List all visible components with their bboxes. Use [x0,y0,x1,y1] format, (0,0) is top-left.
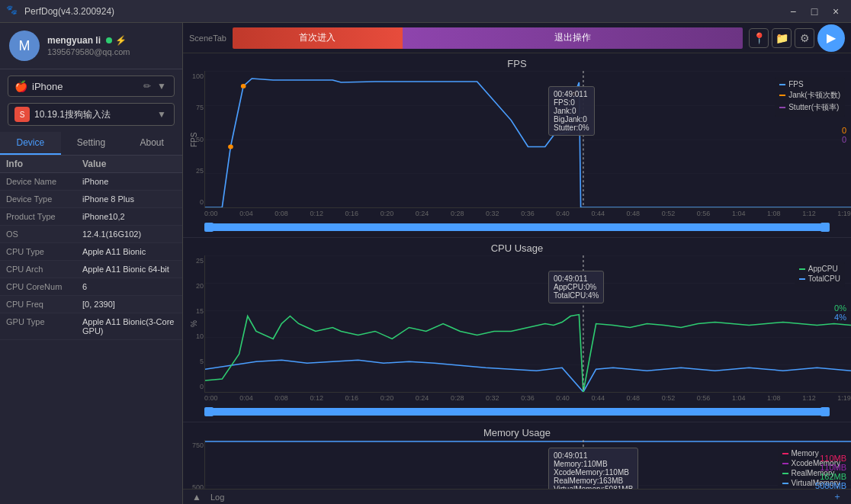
totalcpu-legend-label: TotalCPU [808,274,840,283]
sidebar: M mengyuan li ⚡ 1395679580@qq.com 🍎 iPho… [0,23,183,504]
apple-icon: 🍎 [14,80,27,92]
maximize-button[interactable]: □ [805,2,824,21]
app-title: PerfDog(v4.3.200924) [24,6,784,17]
title-bar: 🐾 PerfDog(v4.3.200924) − □ × [0,0,851,23]
fps-val2: 0 [842,135,846,144]
cpu-scrollbar-thumb[interactable] [204,408,830,416]
mem-legend-dot [782,453,788,454]
svg-point-2 [572,91,577,96]
col-value-header: Value [82,159,176,169]
mem-val3: 162MB [815,472,846,481]
memory-chart-area: MB 750 500 250 0 [183,440,851,489]
bottom-bar: ▲ Log ＋ [183,489,851,504]
avatar-initial: M [19,38,31,54]
close-button[interactable]: × [827,2,845,21]
location-btn[interactable]: 📍 [749,28,769,48]
info-value: iPhone [82,177,176,186]
cpu-val2: 4% [834,313,846,322]
info-row: Product TypeiPhone10,2 [0,208,182,226]
appcpu-legend-label: AppCPU [808,265,838,273]
info-value: 6 [82,282,176,291]
info-label: Device Type [6,194,82,204]
device-actions: ✏ ▼ [142,79,168,93]
appcpu-legend-dot [799,268,805,270]
settings-btn[interactable]: ⚙ [795,28,814,48]
info-label: CPU Type [6,247,82,256]
memory-chart-section: Memory Usage MB 750 500 250 0 [183,422,851,489]
fps-chart-section: FPS FPS 100 75 50 25 0 [183,53,851,238]
device-edit-btn[interactable]: ✏ [142,79,153,93]
svg-point-0 [228,144,233,149]
fps-val1: 0 [842,126,846,135]
fps-legend-item: FPS [779,80,840,88]
scene-tab-bar: SceneTab 首次进入 退出操作 📍 📁 ⚙ ▶ [183,23,851,53]
fps-legend: FPS Jank(卡顿次数) Stutter(卡顿率) [775,77,845,117]
realmem-legend-dot [782,473,788,474]
info-rows-container: Device NameiPhoneDevice TypeiPhone 8 Plu… [0,173,182,340]
info-label: GPU Type [6,317,82,326]
fps-scroll-left[interactable] [204,223,214,232]
jank-legend-dot [779,95,785,96]
totalcpu-legend-item: TotalCPU [799,274,840,283]
minimize-button[interactable]: − [784,2,802,21]
online-icon: ⚡ [115,35,127,46]
log-label: Log [210,493,224,502]
memory-chart-title: Memory Usage [183,425,851,440]
user-info: mengyuan li ⚡ 1395679580@qq.com [47,35,130,56]
app-selector[interactable]: S 10.19.1搜狗输入法 ▼ [8,103,175,126]
tab-about[interactable]: About [121,132,182,155]
info-value: Apple A11 Bionic 64-bit [82,265,176,274]
cpu-chart-inner[interactable]: 25 20 15 10 5 0 [204,255,851,393]
mem-val1: 110MB [815,454,846,463]
tab-setting[interactable]: Setting [61,132,122,155]
cpu-chart-title: CPU Usage [183,241,851,255]
sidebar-tabs: Device Setting About [0,132,182,156]
device-dropdown-btn[interactable]: ▼ [156,79,168,93]
info-row: Device NameiPhone [0,173,182,191]
scene-label: SceneTab [183,34,233,43]
totalcpu-legend-dot [799,278,805,280]
fps-right-values: 0 0 [842,126,846,144]
user-name: mengyuan li ⚡ [47,35,130,46]
app-dropdown-btn[interactable]: ▼ [156,108,168,121]
scene-first[interactable]: 首次进入 [233,27,403,49]
app-icon: 🐾 [6,5,20,18]
main-container: M mengyuan li ⚡ 1395679580@qq.com 🍎 iPho… [0,23,851,504]
add-chart-btn[interactable]: ＋ [830,490,845,503]
stutter-legend-dot [779,107,785,108]
cpu-scroll-left[interactable] [204,407,214,416]
info-table-header: Info Value [0,156,182,173]
tab-device[interactable]: Device [0,132,61,155]
fps-scroll-right[interactable] [820,223,830,232]
jank-legend-item: Jank(卡顿次数) [779,90,840,101]
cpu-val1: 0% [834,303,846,313]
cpu-scroll-right[interactable] [820,407,830,416]
fps-scrollbar[interactable] [204,223,830,231]
content-area: SceneTab 首次进入 退出操作 📍 📁 ⚙ ▶ FPS FPS [183,23,851,504]
fps-x-ticks: 0:00 0:04 0:08 0:12 0:16 0:20 0:24 0:28 … [204,208,851,223]
info-label: CPU Arch [6,265,82,274]
info-row: Device TypeiPhone 8 Plus [0,191,182,208]
status-dot [106,37,112,43]
device-selector[interactable]: 🍎 iPhone ✏ ▼ [8,75,175,97]
scene-second[interactable]: 退出操作 [403,27,743,49]
window-controls: − □ × [784,2,845,21]
stutter-legend-label: Stutter(卡顿率) [788,102,839,113]
info-row: CPU ArchApple A11 Bionic 64-bit [0,261,182,278]
fps-legend-dot [779,84,785,85]
fps-chart-area: FPS 100 75 50 25 0 [183,71,851,208]
fps-chart-inner[interactable]: 100 75 50 25 0 [204,71,851,208]
info-value: iPhone10,2 [82,212,176,221]
cpu-legend: AppCPU TotalCPU [795,262,845,287]
memory-chart-inner[interactable]: 750 500 250 0 [204,440,851,489]
fps-scrollbar-thumb[interactable] [204,223,830,231]
expand-btn[interactable]: ▲ [189,492,204,502]
fps-legend-label: FPS [788,80,803,88]
info-value: Apple A11 Bionic(3-Core GPU) [82,317,176,335]
info-value: 12.4.1(16G102) [82,230,176,239]
cpu-scrollbar[interactable] [204,408,830,416]
user-email: 1395679580@qq.com [47,47,130,56]
scene-segments: 首次进入 退出操作 [233,27,743,49]
folder-btn[interactable]: 📁 [772,28,792,48]
play-button[interactable]: ▶ [817,24,845,52]
